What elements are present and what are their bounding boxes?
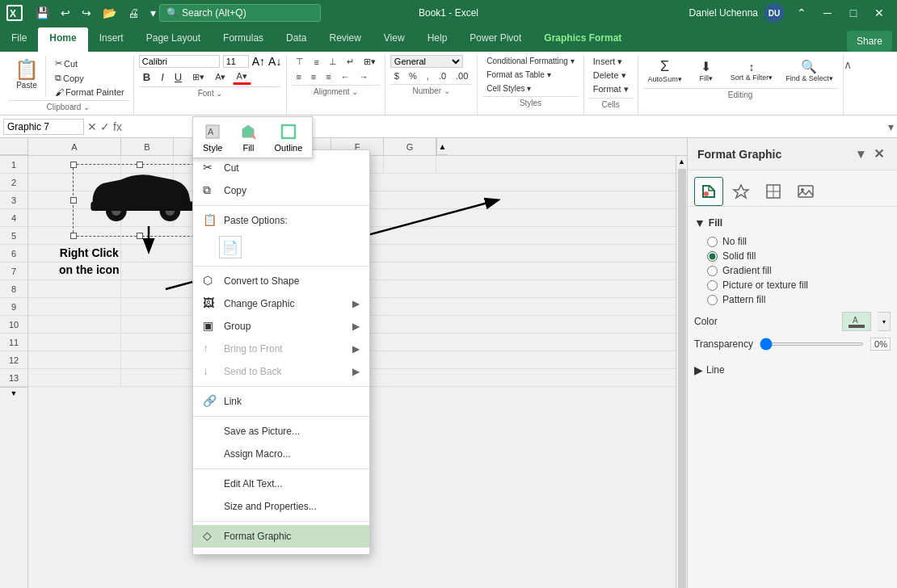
group-menu-item[interactable]: ▣ Group ▶ bbox=[193, 315, 369, 338]
color-dropdown-button[interactable]: ▾ bbox=[878, 312, 891, 331]
send-to-back-menu-item[interactable]: ↓ Send to Back ▶ bbox=[193, 360, 369, 383]
pattern-fill-radio[interactable] bbox=[707, 295, 718, 305]
close-button[interactable]: ✕ bbox=[868, 2, 891, 24]
column-scroll-up[interactable]: ▲ bbox=[436, 138, 448, 155]
save-as-picture-menu-item[interactable]: Save as Picture... bbox=[193, 420, 369, 443]
underline-button[interactable]: U bbox=[171, 69, 186, 85]
comma-button[interactable]: , bbox=[423, 69, 433, 82]
outline-button[interactable]: Outline bbox=[271, 120, 305, 154]
font-family-input[interactable] bbox=[139, 55, 220, 68]
align-top-button[interactable]: ⊤ bbox=[292, 55, 308, 69]
font-color-button[interactable]: A▾ bbox=[233, 69, 251, 85]
link-menu-item[interactable]: 🔗 Link bbox=[193, 390, 369, 413]
row-num-10[interactable]: 10 bbox=[0, 316, 27, 334]
copy-button[interactable]: ⧉ Copy bbox=[51, 71, 128, 85]
scroll-thumb[interactable] bbox=[678, 169, 686, 588]
redo-button[interactable]: ↪ bbox=[78, 5, 95, 21]
panel-tab-fill[interactable] bbox=[694, 177, 723, 206]
number-format-select[interactable]: General bbox=[390, 55, 463, 68]
style-button[interactable]: A Style bbox=[200, 120, 225, 154]
col-header-b[interactable]: B bbox=[121, 138, 174, 155]
cut-button[interactable]: ✂ Cut bbox=[51, 57, 128, 70]
delete-button[interactable]: Delete ▾ bbox=[589, 69, 633, 82]
tab-file[interactable]: File bbox=[0, 27, 38, 52]
panel-tab-effects[interactable] bbox=[726, 177, 756, 206]
row-num-5[interactable]: 5 bbox=[0, 227, 27, 245]
cell-styles-button[interactable]: Cell Styles ▾ bbox=[482, 82, 535, 94]
wrap-text-button[interactable]: ↵ bbox=[343, 55, 358, 69]
align-middle-button[interactable]: ≡ bbox=[310, 56, 322, 69]
row-num-9[interactable]: 9 bbox=[0, 298, 27, 316]
align-left-button[interactable]: ≡ bbox=[292, 70, 305, 83]
panel-tab-size[interactable] bbox=[759, 177, 788, 206]
formula-expand-icon[interactable]: ▾ bbox=[888, 120, 894, 133]
row-num-8[interactable]: 8 bbox=[0, 280, 27, 298]
tab-formulas[interactable]: Formulas bbox=[212, 27, 275, 52]
row-num-3[interactable]: 3 bbox=[0, 191, 27, 209]
tab-insert[interactable]: Insert bbox=[88, 27, 135, 52]
decrease-font-button[interactable]: A↓ bbox=[268, 55, 281, 68]
tab-home[interactable]: Home bbox=[38, 27, 87, 52]
conditional-formatting-button[interactable]: Conditional Formatting ▾ bbox=[482, 55, 578, 67]
align-bottom-button[interactable]: ⊥ bbox=[325, 55, 341, 69]
row-num-2[interactable]: 2 bbox=[0, 174, 27, 191]
panel-close-icon[interactable]: ✕ bbox=[870, 145, 887, 163]
undo-button[interactable]: ↩ bbox=[57, 5, 74, 21]
copy-menu-item[interactable]: ⧉ Copy bbox=[193, 179, 369, 202]
format-as-table-button[interactable]: Format as Table ▾ bbox=[482, 69, 554, 81]
convert-to-shape-menu-item[interactable]: ⬡ Convert to Shape bbox=[193, 270, 369, 292]
assign-macro-menu-item[interactable]: Assign Macro... bbox=[193, 443, 369, 465]
col-header-a[interactable]: A bbox=[28, 138, 121, 155]
percent-button[interactable]: % bbox=[405, 69, 421, 82]
row-num-11[interactable]: 11 bbox=[0, 334, 27, 351]
color-swatch[interactable]: A bbox=[842, 312, 871, 331]
cut-menu-item[interactable]: ✂ Cut bbox=[193, 157, 369, 179]
minimize-button[interactable]: ─ bbox=[816, 2, 839, 24]
tab-power-pivot[interactable]: Power Pivot bbox=[458, 27, 533, 52]
format-painter-button[interactable]: 🖌 Format Painter bbox=[51, 86, 128, 99]
bring-to-front-menu-item[interactable]: ↑ Bring to Front ▶ bbox=[193, 338, 369, 360]
size-properties-menu-item[interactable]: Size and Properties... bbox=[193, 495, 369, 518]
format-graphic-menu-item[interactable]: ◇ Format Graphic bbox=[193, 525, 369, 548]
no-fill-radio[interactable] bbox=[707, 237, 718, 247]
font-size-input[interactable] bbox=[223, 55, 249, 68]
gradient-fill-radio[interactable] bbox=[707, 266, 718, 276]
transparency-slider[interactable] bbox=[760, 342, 864, 346]
decrease-indent-button[interactable]: ← bbox=[337, 70, 354, 83]
paste-options-menu-item[interactable]: 📋 Paste Options: bbox=[193, 209, 369, 232]
col-header-g[interactable]: G bbox=[384, 138, 436, 155]
bold-button[interactable]: B bbox=[139, 69, 154, 85]
fill-color-button[interactable]: A▾ bbox=[211, 70, 230, 84]
panel-collapse-icon[interactable]: ▾ bbox=[854, 145, 867, 163]
maximize-button[interactable]: □ bbox=[842, 2, 865, 24]
row-num-7[interactable]: 7 bbox=[0, 262, 27, 280]
fill-button[interactable]: ⬇ Fill▾ bbox=[690, 56, 722, 86]
insert-button[interactable]: Insert ▾ bbox=[589, 55, 633, 69]
panel-tab-image[interactable] bbox=[791, 177, 820, 206]
gradient-fill-option[interactable]: Gradient fill bbox=[707, 265, 878, 276]
row-num-6[interactable]: 6 bbox=[0, 245, 27, 262]
confirm-formula-icon[interactable]: ✓ bbox=[100, 120, 110, 133]
solid-fill-option[interactable]: Solid fill bbox=[707, 250, 878, 262]
fill-section-header[interactable]: ▼ Fill bbox=[694, 213, 891, 233]
paste-icon-item[interactable]: 📄 bbox=[193, 232, 369, 262]
increase-indent-button[interactable]: → bbox=[356, 70, 373, 83]
share-button[interactable]: Share bbox=[847, 31, 892, 52]
ribbon-expand[interactable]: ∧ bbox=[844, 55, 852, 115]
line-section-header[interactable]: ▶ Line bbox=[694, 363, 891, 376]
row-num-13[interactable]: 13 bbox=[0, 369, 27, 387]
row-scroll-button[interactable]: ▼ bbox=[0, 387, 27, 398]
row-num-12[interactable]: 12 bbox=[0, 351, 27, 369]
picture-texture-fill-option[interactable]: Picture or texture fill bbox=[707, 279, 878, 291]
scroll-up-button[interactable]: ▲ bbox=[676, 156, 687, 167]
insert-function-icon[interactable]: fx bbox=[113, 120, 122, 133]
pattern-fill-option[interactable]: Pattern fill bbox=[707, 294, 878, 305]
tab-page-layout[interactable]: Page Layout bbox=[135, 27, 212, 52]
change-graphic-menu-item[interactable]: 🖼 Change Graphic ▶ bbox=[193, 292, 369, 315]
ribbon-toggle-button[interactable]: ⌃ bbox=[790, 2, 813, 24]
accounting-button[interactable]: $ bbox=[390, 69, 403, 82]
row-num-4[interactable]: 4 bbox=[0, 209, 27, 227]
increase-font-button[interactable]: A↑ bbox=[252, 55, 265, 68]
merge-center-button[interactable]: ⊞▾ bbox=[360, 55, 380, 69]
user-avatar[interactable]: DU bbox=[764, 3, 784, 23]
